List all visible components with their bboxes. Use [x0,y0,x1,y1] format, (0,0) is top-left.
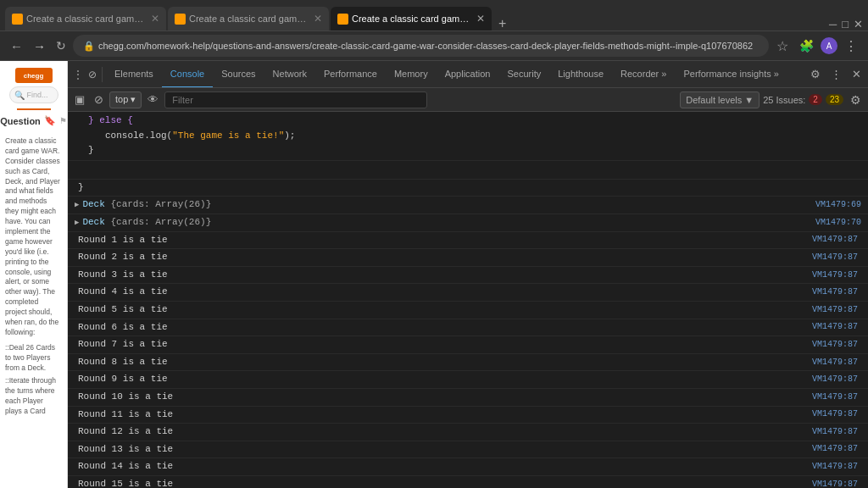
round-text-3: Round 3 is a tie [78,268,812,283]
round-line-3: Round 3 is a tie VM1479:87 [68,267,868,285]
eye-icon[interactable]: 👁 [144,92,162,108]
devtools-close-icon[interactable]: ✕ [849,66,865,82]
console-brace-line: } [68,180,868,197]
tab-security[interactable]: Security [498,61,549,88]
url-container[interactable]: 🔒 [73,35,769,57]
url-input[interactable] [98,41,759,51]
round-link-8[interactable]: VM1479:87 [812,356,858,369]
tab-elements[interactable]: Elements [106,61,162,88]
clear-console-icon[interactable]: ⊘ [91,92,107,108]
back-button[interactable]: ← [7,37,26,55]
code-paren: ); [284,130,295,141]
round-link-12[interactable]: VM1479:87 [812,425,858,439]
devtools-panel: ⋮ ⊘ Elements Console Sources Network Per… [68,61,868,488]
tab-insights[interactable]: Performance insights » [675,61,787,88]
bookmark-icon[interactable]: 🔖 [44,115,56,126]
bookmark-star-icon[interactable]: ☆ [772,36,793,56]
question-section-header: Question 🔖 ⚑ [5,115,62,126]
log-level-button[interactable]: top ▾ [109,92,142,108]
deck-link-2[interactable]: VM1479:70 [815,216,861,230]
round-text-7: Round 7 is a tie [78,337,812,352]
bullet-1: ::Deal 26 Cards to two Players from a De… [5,343,62,374]
default-levels-button[interactable]: Default levels ▼ [680,92,760,108]
devtools-controls-left: ⋮ ⊘ [71,67,103,82]
address-bar: ← → ↻ 🔒 ☆ 🧩 A ⋮ [0,30,868,61]
round-link-15[interactable]: VM1479:87 [812,478,858,488]
error-badge[interactable]: 2 [809,94,822,105]
round-line-15: Round 15 is a tie VM1479:87 [68,476,868,488]
tab-network[interactable]: Network [264,61,315,88]
code-close-brace: } [88,145,94,155]
round-line-10: Round 10 is a tie VM1479:87 [68,389,868,407]
chegg-logo-area: chegg 🔍 Find... Question 🔖 ⚑ [5,68,62,131]
round-link-7[interactable]: VM1479:87 [812,338,858,352]
round-link-6[interactable]: VM1479:87 [812,320,858,334]
browser-tab-3[interactable]: Create a classic card game W... ✕ [331,7,492,30]
filter-input[interactable] [164,92,427,108]
round-link-14[interactable]: VM1479:87 [812,460,858,474]
round-link-13[interactable]: VM1479:87 [812,442,858,456]
close-icon[interactable]: ✕ [854,18,863,30]
issues-section: Default levels ▼ 25 Issues: 2 23 ⚙ [680,92,865,108]
console-settings-icon[interactable]: ⚙ [847,92,865,108]
round-line-12: Round 12 is a tie VM1479:87 [68,424,868,441]
tab-performance[interactable]: Performance [315,61,386,88]
reload-button[interactable]: ↻ [53,37,70,54]
round-link-10[interactable]: VM1479:87 [812,391,858,404]
round-link-11[interactable]: VM1479:87 [812,408,858,421]
tab-application[interactable]: Application [437,61,499,88]
round-link-4[interactable]: VM1479:87 [812,286,858,299]
extension-icon[interactable]: 🧩 [796,37,817,54]
code-line-2: console.log("The game is a tie!"); [78,129,858,144]
devtools-sidebar-toggle-icon[interactable]: ▣ [71,92,88,108]
devtools-pin-icon[interactable]: ⋮ [71,67,85,82]
console-deck-line-1[interactable]: ▶ Deck {cards: Array(26)} VM1479:69 [68,197,868,214]
tab-title-2: Create a classic card game W... [189,14,310,24]
round-text-13: Round 13 is a tie [78,442,812,458]
find-text: Find... [27,91,48,99]
tab-lighthouse[interactable]: Lighthouse [549,61,612,88]
devtools-dots-icon[interactable]: ⋮ [827,66,845,82]
round-text-9: Round 9 is a tie [78,372,812,387]
console-deck-line-2[interactable]: ▶ Deck {cards: Array(26)} VM1479:70 [68,214,868,232]
round-text-6: Round 6 is a tie [78,320,812,336]
browser-tab-1[interactable]: Create a classic card game W... ✕ [5,7,166,30]
minimize-icon[interactable]: ─ [829,18,837,30]
browser-tab-2[interactable]: Create a classic card game W... ✕ [168,7,329,30]
round-link-3[interactable]: VM1479:87 [812,269,858,282]
warn-badge[interactable]: 23 [826,94,843,105]
round-link-9[interactable]: VM1479:87 [812,373,858,386]
tab-close-2[interactable]: ✕ [314,13,322,25]
round-line-13: Round 13 is a tie VM1479:87 [68,441,868,459]
tab-console[interactable]: Console [162,61,213,88]
tab-close-3[interactable]: ✕ [476,13,485,25]
maximize-icon[interactable]: □ [842,18,849,30]
code-line-3: } [78,143,858,158]
round-line-1: Round 1 is a tie VM1479:87 [68,232,868,250]
deck-text-1: Deck {cards: Array(26)} [82,197,815,213]
tab-recorder[interactable]: Recorder » [612,61,675,88]
devtools-settings-icon[interactable]: ⚙ [807,66,824,82]
round-link-2[interactable]: VM1479:87 [812,251,858,264]
deck-link-1[interactable]: VM1479:69 [815,198,861,212]
devtools-close-panel-icon[interactable]: ⊘ [86,67,98,82]
new-tab-button[interactable]: + [493,17,511,30]
round-link-1[interactable]: VM1479:87 [812,233,858,247]
tab-memory[interactable]: Memory [386,61,437,88]
forward-button[interactable]: → [30,37,49,55]
tab-close-1[interactable]: ✕ [151,13,159,25]
profile-icon[interactable]: A [821,37,837,54]
code-keyword-else: } else { [88,115,133,125]
tab-sources[interactable]: Sources [213,61,264,88]
flag-icon[interactable]: ⚑ [59,116,67,125]
round-text-12: Round 12 is a tie [78,424,812,440]
round-text-2: Round 2 is a tie [78,250,812,265]
lock-icon: 🔒 [83,41,95,52]
deck-text-2: Deck {cards: Array(26)} [82,215,815,230]
chegg-sidebar: chegg 🔍 Find... Question 🔖 ⚑ Create a cl… [0,61,68,488]
more-menu-icon[interactable]: ⋮ [841,36,861,56]
search-widget[interactable]: 🔍 Find... [9,86,58,103]
code-console: console.log( [105,130,172,141]
console-output[interactable]: } else { console.log("The game is a tie!… [68,112,868,488]
round-link-5[interactable]: VM1479:87 [812,303,858,317]
